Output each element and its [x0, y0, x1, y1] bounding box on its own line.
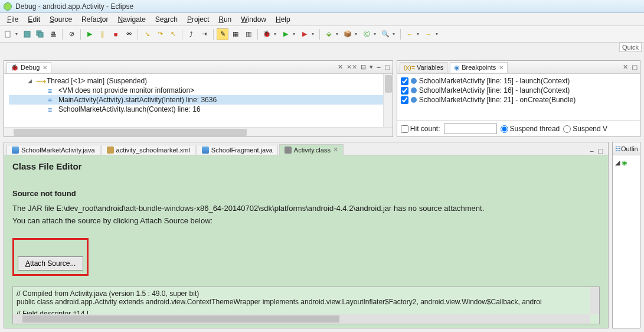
- debug-run-button[interactable]: 🐞: [261, 28, 273, 40]
- outline-node[interactable]: ◢ ◉: [615, 159, 638, 167]
- forward-button[interactable]: →: [423, 28, 434, 40]
- breakpoint-checkbox[interactable]: [401, 96, 408, 104]
- outline-view: ☷ Outlin ◢ ◉: [612, 142, 640, 328]
- minimize-icon[interactable]: ‒: [590, 147, 594, 155]
- dropdown-icon[interactable]: ▾: [417, 31, 421, 37]
- debug-tab[interactable]: 🐞 Debug ✕: [6, 62, 51, 73]
- attach-source-button[interactable]: Attach Source...: [18, 256, 83, 271]
- hit-count-checkbox[interactable]: [401, 125, 408, 133]
- menu-refactor[interactable]: Refactor: [77, 14, 113, 25]
- step-return-button[interactable]: ↖: [167, 28, 179, 40]
- dropdown-icon[interactable]: ▾: [293, 31, 298, 37]
- menu-project[interactable]: Project: [182, 14, 214, 25]
- drop-frame-button[interactable]: ⤴: [185, 28, 197, 40]
- step-filter-button[interactable]: ⇥: [198, 28, 210, 40]
- maximize-icon[interactable]: ▢: [384, 63, 390, 71]
- editor-tab[interactable]: SchoolFragment.java: [197, 145, 278, 155]
- remove-all-icon[interactable]: ⨯⨯: [346, 63, 357, 71]
- menu-navigate[interactable]: Navigate: [113, 14, 150, 25]
- breakpoint-item[interactable]: SchoolMarketActivity [line: 16] - launch…: [401, 86, 636, 95]
- breakpoint-checkbox[interactable]: [401, 77, 408, 85]
- editor-tab[interactable]: SchoolMarketActivity.java: [6, 145, 100, 155]
- horizontal-scrollbar[interactable]: [13, 314, 590, 324]
- vertical-scrollbar[interactable]: [383, 74, 393, 127]
- editor-tab[interactable]: activity_schoolmarket.xml: [102, 145, 195, 155]
- terminate-button[interactable]: ■: [110, 28, 122, 40]
- new-package-button[interactable]: 📦: [342, 28, 354, 40]
- xml-file-icon: [107, 147, 114, 154]
- menu-file[interactable]: File: [2, 14, 23, 25]
- close-icon[interactable]: ✕: [333, 146, 338, 154]
- frame-icon: ≡: [48, 106, 56, 113]
- dropdown-icon[interactable]: ▾: [393, 31, 397, 37]
- print-button[interactable]: 🖶: [47, 28, 59, 40]
- dropdown-icon[interactable]: ▾: [15, 31, 20, 37]
- back-button[interactable]: ←: [404, 28, 416, 40]
- disconnect-button[interactable]: ⚮: [123, 28, 135, 40]
- dropdown-icon[interactable]: ▾: [355, 31, 359, 37]
- open-type-button[interactable]: 🔍: [380, 28, 391, 40]
- vertical-scrollbar[interactable]: [590, 287, 599, 314]
- tool-b-button[interactable]: ▦: [230, 28, 241, 40]
- breakpoint-icon: ◉: [454, 64, 460, 71]
- remove-icon[interactable]: ✕: [623, 63, 628, 71]
- menu-run[interactable]: Run: [214, 14, 236, 25]
- suspend-button[interactable]: ‖: [97, 28, 109, 40]
- breakpoint-item[interactable]: SchoolMarketActivity [line: 15] - launch…: [401, 76, 636, 86]
- menu-help[interactable]: Help: [271, 14, 295, 25]
- hit-count-input[interactable]: [444, 123, 497, 134]
- dropdown-icon[interactable]: ▾: [336, 31, 341, 37]
- variables-tab[interactable]: (x)= Variables: [400, 62, 447, 72]
- decompiled-code[interactable]: // Compiled from Activity.java (version …: [12, 287, 600, 324]
- step-over-button[interactable]: ↷: [154, 28, 166, 40]
- breakpoint-checkbox[interactable]: [401, 87, 408, 95]
- suspend-thread-radio[interactable]: [501, 125, 508, 133]
- expand-icon[interactable]: ◢: [28, 78, 34, 84]
- maximize-icon[interactable]: ▢: [597, 147, 603, 155]
- thread-node[interactable]: ◢ ⟿ Thread [<1> main] (Suspended): [9, 76, 388, 86]
- horizontal-scrollbar[interactable]: [4, 127, 393, 136]
- menu-window[interactable]: Window: [236, 14, 271, 25]
- suspend-vm-radio[interactable]: [563, 125, 571, 133]
- close-icon[interactable]: ✕: [41, 64, 47, 71]
- breakpoint-dot-icon: [411, 78, 417, 84]
- breakpoint-properties: Hit count: Suspend thread Suspend V: [397, 121, 640, 136]
- menu-edit[interactable]: Edit: [23, 14, 45, 25]
- minimize-icon[interactable]: ‒: [377, 63, 381, 71]
- run-button[interactable]: ▶: [280, 28, 292, 40]
- breakpoints-tab[interactable]: ◉ Breakpoints ✕: [450, 62, 508, 73]
- tool-c-button[interactable]: ▥: [243, 28, 254, 40]
- tool-a-button[interactable]: ✎: [217, 28, 228, 40]
- editor-tab-active[interactable]: Activity.class ✕: [279, 144, 344, 155]
- breakpoints-view: (x)= Variables ◉ Breakpoints ✕ ✕ ▢ Schoo…: [397, 60, 640, 137]
- close-icon[interactable]: ✕: [498, 64, 504, 71]
- external-button[interactable]: ▶: [299, 28, 310, 40]
- collapse-icon[interactable]: ⊟: [361, 63, 366, 71]
- save-button[interactable]: [21, 28, 33, 40]
- window-title: Debug - android.app.Activity - Eclipse: [15, 2, 133, 11]
- window-titlebar: Debug - android.app.Activity - Eclipse: [0, 0, 644, 13]
- quick-access[interactable]: Quick: [619, 43, 642, 52]
- save-all-button[interactable]: [34, 28, 46, 40]
- maximize-icon[interactable]: ▢: [632, 63, 638, 71]
- stack-frame[interactable]: ≡ MainActivity(Activity).startActivity(I…: [9, 95, 388, 105]
- breakpoint-item[interactable]: SchoolMarketActivity [line: 21] - onCrea…: [401, 95, 636, 105]
- editor-content: Class File Editor Source not found The J…: [4, 155, 608, 328]
- skip-breakpoints-button[interactable]: ⊘: [66, 28, 77, 40]
- menu-search[interactable]: Search: [151, 14, 182, 25]
- remove-icon[interactable]: ✕: [338, 63, 343, 71]
- dropdown-icon[interactable]: ▾: [312, 31, 316, 37]
- android-button[interactable]: ⬙: [323, 28, 335, 40]
- view-menu-icon[interactable]: ▾: [370, 63, 373, 71]
- dropdown-icon[interactable]: ▾: [374, 31, 378, 37]
- new-button[interactable]: [2, 28, 14, 40]
- dropdown-icon[interactable]: ▾: [436, 31, 440, 37]
- menu-source[interactable]: Source: [45, 14, 77, 25]
- dropdown-icon[interactable]: ▾: [274, 31, 279, 37]
- stack-frame[interactable]: ≡ <VM does not provide monitor informati…: [9, 86, 388, 95]
- new-class-button[interactable]: Ⓒ: [361, 28, 372, 40]
- step-into-button[interactable]: ↘: [141, 28, 153, 40]
- resume-button[interactable]: ▶: [84, 28, 96, 40]
- info-line: The JAR file E:\dev_root\android\adt-bun…: [12, 204, 600, 213]
- stack-frame[interactable]: ≡ SchoolMarketActivity.launch(Context) l…: [9, 105, 388, 114]
